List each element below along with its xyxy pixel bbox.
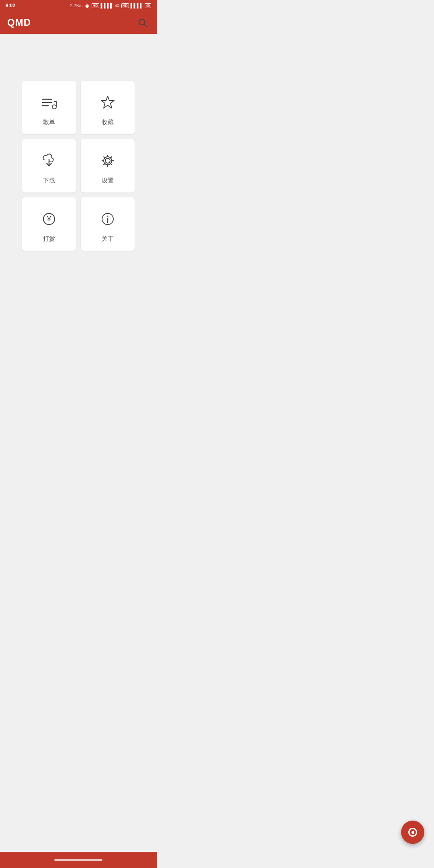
svg-line-1 bbox=[144, 25, 147, 27]
battery: 49 bbox=[145, 3, 151, 8]
signal-icon: ▌▌▌▌ bbox=[101, 3, 113, 8]
settings-label: 设置 bbox=[102, 177, 114, 184]
playlist-label: 歌单 bbox=[43, 119, 55, 126]
tip-label: 打赏 bbox=[43, 235, 55, 243]
download-icon bbox=[39, 150, 59, 171]
alarm-icon: ⏰ bbox=[84, 3, 90, 8]
favorites-label: 收藏 bbox=[102, 119, 114, 126]
status-bar: 8:02 2.7K/s ⏰ HD ▌▌▌▌ 4G HD ▌▌▌▌ 49 bbox=[0, 0, 157, 11]
grid-item-settings[interactable]: 设置 bbox=[81, 139, 135, 192]
grid-item-tip[interactable]: ¥ 打赏 bbox=[22, 197, 76, 251]
app-bar: QMD bbox=[0, 11, 157, 34]
network-4g: 4G bbox=[115, 4, 120, 8]
settings-icon bbox=[97, 150, 118, 171]
star-icon bbox=[97, 92, 118, 113]
grid-item-download[interactable]: 下载 bbox=[22, 139, 76, 192]
app-title: QMD bbox=[7, 17, 31, 28]
grid-item-playlist[interactable]: 歌单 bbox=[22, 81, 76, 134]
signal-icon2: ▌▌▌▌ bbox=[131, 3, 143, 8]
svg-point-16 bbox=[107, 215, 108, 217]
hd-badge: HD bbox=[92, 3, 99, 8]
hd-badge2: HD bbox=[121, 3, 129, 8]
menu-grid: 歌单 收藏 下载 bbox=[22, 81, 135, 251]
svg-text:¥: ¥ bbox=[47, 215, 51, 223]
about-label: 关于 bbox=[102, 235, 114, 243]
playlist-icon bbox=[39, 92, 59, 113]
main-content: 歌单 收藏 下载 bbox=[0, 34, 157, 297]
svg-point-10 bbox=[105, 158, 110, 163]
status-speed: 2.7K/s bbox=[70, 3, 82, 8]
status-time: 8:02 bbox=[6, 3, 15, 8]
grid-item-favorites[interactable]: 收藏 bbox=[81, 81, 135, 134]
info-icon bbox=[97, 209, 118, 229]
tip-icon: ¥ bbox=[39, 209, 59, 229]
search-button[interactable] bbox=[135, 15, 149, 30]
grid-item-about[interactable]: 关于 bbox=[81, 197, 135, 251]
svg-point-5 bbox=[52, 105, 56, 109]
download-label: 下载 bbox=[43, 177, 55, 184]
status-right: 2.7K/s ⏰ HD ▌▌▌▌ 4G HD ▌▌▌▌ 49 bbox=[70, 3, 151, 8]
svg-marker-8 bbox=[101, 96, 114, 108]
